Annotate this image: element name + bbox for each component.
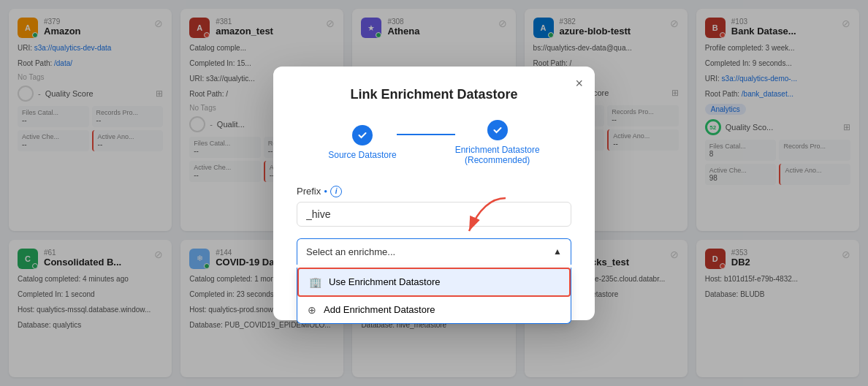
step-1-label: Source Datastore [328, 150, 396, 160]
prefix-group: Prefix ● i [297, 186, 571, 227]
step-connector [397, 134, 455, 135]
prefix-label: Prefix ● i [297, 186, 571, 197]
step-2-label: Enrichment Datastore (Recommended) [455, 145, 540, 165]
use-enrichment-label: Use Enrichment Datastore [329, 276, 440, 287]
step-2-circle [487, 120, 508, 140]
dropdown-menu: 🏢 Use Enrichment Datastore ⊕ Add Enrichm… [297, 268, 571, 324]
modal-dialog: × Link Enrichment Datastore Source Datas… [273, 67, 595, 320]
dropdown-use-enrichment[interactable]: 🏢 Use Enrichment Datastore [297, 268, 571, 297]
add-enrichment-label: Add Enrichment Datastore [324, 304, 435, 315]
use-enrichment-icon: 🏢 [309, 276, 321, 288]
dropdown-container: Select an enrichme... ▲ 🏢 Use Enrichment… [297, 238, 571, 265]
step-enrichment: Enrichment Datastore (Recommended) [455, 120, 540, 165]
step-1-circle [352, 125, 373, 145]
chevron-up-icon: ▲ [553, 246, 562, 257]
stepper: Source Datastore Enrichment Datastore (R… [297, 120, 571, 165]
add-enrichment-icon: ⊕ [308, 304, 316, 316]
modal-overlay: × Link Enrichment Datastore Source Datas… [0, 0, 868, 386]
info-icon[interactable]: i [330, 186, 342, 197]
dropdown-add-enrichment[interactable]: ⊕ Add Enrichment Datastore [297, 297, 571, 323]
dropdown-group: Select an enrichme... ▲ 🏢 Use Enrichment… [297, 238, 571, 265]
modal-close-button[interactable]: × [575, 77, 583, 90]
dropdown-trigger-text: Select an enrichme... [306, 246, 395, 257]
prefix-input[interactable] [297, 202, 571, 227]
required-indicator: ● [324, 188, 327, 194]
dropdown-trigger[interactable]: Select an enrichme... ▲ [297, 238, 571, 265]
modal-title: Link Enrichment Datastore [297, 87, 571, 102]
step-source: Source Datastore [328, 125, 396, 160]
